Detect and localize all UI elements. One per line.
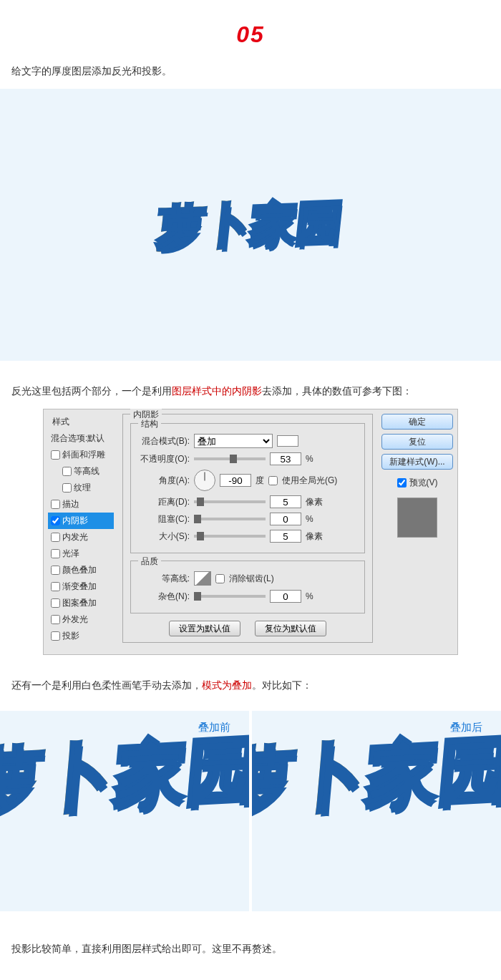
style-item-satin[interactable]: 光泽 [48, 545, 114, 562]
styles-header: 样式 [48, 414, 114, 430]
style-item-inner-glow[interactable]: 内发光 [48, 529, 114, 545]
stroke-checkbox[interactable] [51, 500, 60, 509]
texture-checkbox[interactable] [62, 483, 72, 493]
color-swatch[interactable] [277, 435, 298, 447]
pattern-overlay-checkbox[interactable] [51, 598, 60, 608]
choke-input[interactable] [270, 513, 301, 525]
sample-image: 萝卜家园 [0, 89, 501, 361]
settings-panel: 内阴影 结构 混合模式(B): 叠加 不透明度(O): % 角度(A): [122, 414, 373, 650]
opacity-input[interactable] [270, 452, 301, 465]
new-style-button[interactable]: 新建样式(W)... [381, 454, 453, 470]
style-item-inner-shadow[interactable]: 内阴影 [48, 513, 114, 529]
angle-label: 角度(A): [138, 475, 190, 487]
contour-checkbox[interactable] [62, 467, 72, 476]
size-slider[interactable] [194, 535, 266, 538]
comparison-row: 叠加前 萝卜家园 叠加后 萝卜家园 [0, 711, 501, 911]
global-light-label: 使用全局光(G) [282, 475, 337, 487]
blend-options-row[interactable]: 混合选项:默认 [48, 430, 114, 447]
inner-glow-checkbox[interactable] [51, 533, 60, 542]
angle-input[interactable] [220, 474, 251, 487]
opacity-slider[interactable] [194, 457, 266, 460]
noise-label: 杂色(N): [138, 591, 190, 603]
global-light-checkbox[interactable] [268, 476, 278, 485]
outer-glow-checkbox[interactable] [51, 615, 60, 624]
contour-label: 等高线: [138, 573, 190, 585]
style-item-drop-shadow[interactable]: 投影 [48, 628, 114, 644]
color-overlay-checkbox[interactable] [51, 566, 60, 575]
ok-button[interactable]: 确定 [381, 414, 453, 430]
drop-shadow-checkbox[interactable] [51, 631, 60, 641]
size-label: 大小(S): [138, 530, 190, 543]
angle-dial[interactable] [194, 470, 215, 491]
preview-label: 预览(V) [409, 477, 438, 489]
blend-mode-label: 混合模式(B): [138, 435, 190, 447]
style-item-outer-glow[interactable]: 外发光 [48, 611, 114, 628]
right-column: 确定 复位 新建样式(W)... 预览(V) [381, 414, 453, 650]
structure-legend: 结构 [138, 418, 161, 430]
style-item-stroke[interactable]: 描边 [48, 496, 114, 513]
after-cell: 叠加后 萝卜家园 [252, 711, 501, 911]
preview-swatch [397, 498, 437, 538]
cancel-button[interactable]: 复位 [381, 434, 453, 450]
intro-text: 给文字的厚度图层添加反光和投影。 [0, 62, 501, 89]
logo-word-2: 家园 [248, 196, 345, 251]
noise-slider[interactable] [194, 595, 266, 598]
bevel-checkbox[interactable] [51, 450, 60, 460]
satin-checkbox[interactable] [51, 549, 60, 558]
size-input[interactable] [270, 530, 301, 543]
distance-input[interactable] [270, 495, 301, 508]
style-item-contour[interactable]: 等高线 [48, 463, 114, 480]
style-item-bevel[interactable]: 斜面和浮雕 [48, 447, 114, 463]
before-cell: 叠加前 萝卜家园 [0, 711, 249, 911]
style-item-color-overlay[interactable]: 颜色叠加 [48, 562, 114, 578]
opacity-label: 不透明度(O): [138, 453, 190, 465]
logo-word-1: 萝卜 [156, 199, 253, 253]
blend-mode-select[interactable]: 叠加 [194, 434, 273, 448]
styles-panel: 样式 混合选项:默认 斜面和浮雕 等高线 纹理 描边 内阴影 内发光 光泽 颜色… [48, 414, 114, 650]
style-item-pattern-overlay[interactable]: 图案叠加 [48, 595, 114, 611]
choke-slider[interactable] [194, 518, 266, 520]
style-item-texture[interactable]: 纹理 [48, 480, 114, 496]
gradient-overlay-checkbox[interactable] [51, 582, 60, 591]
distance-label: 距离(D): [138, 496, 190, 508]
para-3: 还有一个是利用白色柔性画笔手动去添加，模式为叠加。对比如下： [0, 676, 501, 703]
choke-label: 阻塞(C): [138, 513, 190, 525]
set-default-button[interactable]: 设置为默认值 [169, 621, 240, 636]
style-item-gradient-overlay[interactable]: 渐变叠加 [48, 578, 114, 595]
section-number: 05 [0, 0, 501, 62]
contour-picker[interactable] [194, 571, 211, 586]
inner-shadow-checkbox[interactable] [51, 516, 60, 525]
layer-style-dialog: 样式 混合选项:默认 斜面和浮雕 等高线 纹理 描边 内阴影 内发光 光泽 颜色… [43, 409, 458, 655]
antialias-checkbox[interactable] [215, 574, 225, 583]
last-para: 投影比较简单，直接利用图层样式给出即可。这里不再赘述。 [0, 911, 501, 979]
quality-legend: 品质 [138, 556, 161, 568]
antialias-label: 消除锯齿(L) [229, 573, 274, 585]
para-2: 反光这里包括两个部分，一个是利用图层样式中的内阴影去添加，具体的数值可参考下图： [0, 382, 501, 409]
preview-checkbox[interactable] [397, 478, 407, 487]
distance-slider[interactable] [194, 500, 266, 503]
reset-default-button[interactable]: 复位为默认值 [255, 621, 326, 636]
noise-input[interactable] [270, 590, 301, 603]
inner-shadow-fieldset: 内阴影 结构 混合模式(B): 叠加 不透明度(O): % 角度(A): [122, 414, 373, 643]
